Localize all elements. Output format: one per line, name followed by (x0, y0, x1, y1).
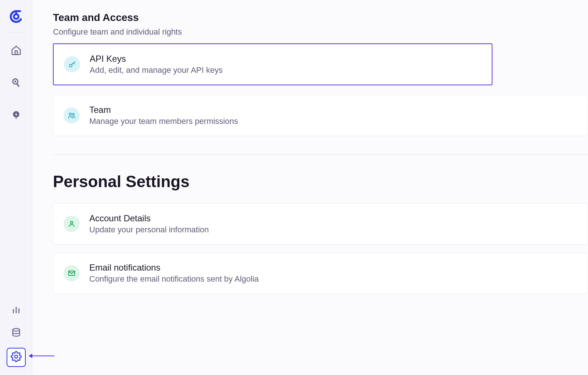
card-api-keys[interactable]: API Keys Add, edit, and manage your API … (53, 43, 492, 85)
card-desc: Update your personal information (89, 225, 209, 235)
team-icon (64, 107, 80, 124)
svg-rect-6 (15, 118, 16, 119)
svg-line-4 (17, 83, 18, 86)
sidebar-divider (6, 32, 25, 33)
card-email-notifications[interactable]: Email notifications Configure the email … (53, 253, 588, 294)
card-desc: Configure the email notifications sent b… (89, 274, 259, 284)
svg-point-10 (12, 329, 19, 331)
svg-point-3 (14, 81, 16, 82)
svg-point-15 (69, 113, 71, 115)
svg-point-16 (72, 114, 74, 115)
database-icon[interactable] (9, 325, 24, 340)
key-icon (64, 56, 80, 72)
svg-rect-1 (15, 51, 17, 54)
card-title: Email notifications (89, 262, 259, 273)
card-account-details[interactable]: Account Details Update your personal inf… (53, 203, 588, 244)
svg-line-14 (74, 63, 75, 64)
svg-point-0 (14, 14, 18, 19)
home-icon[interactable] (9, 43, 24, 58)
settings-button[interactable] (7, 348, 26, 367)
analytics-icon[interactable] (9, 302, 24, 317)
section-title-team-access: Team and Access (53, 12, 588, 24)
card-title: Account Details (89, 213, 209, 224)
search-icon[interactable] (9, 75, 24, 90)
card-desc: Add, edit, and manage your API keys (90, 65, 223, 75)
svg-point-17 (71, 221, 73, 224)
section-subtitle-team-access: Configure team and individual rights (53, 27, 588, 37)
sidebar-nav-bottom (0, 302, 32, 367)
svg-point-11 (15, 355, 18, 358)
card-desc: Manage your team members permissions (89, 117, 238, 126)
algolia-logo[interactable] (8, 9, 24, 24)
main-content: Team and Access Configure team and indiv… (32, 0, 588, 375)
mail-icon (64, 265, 80, 281)
card-title: API Keys (90, 54, 223, 64)
gear-icon (11, 351, 22, 364)
account-icon (64, 216, 80, 232)
sidebar (0, 0, 32, 375)
sidebar-nav-top (9, 43, 24, 122)
section-divider (53, 154, 588, 155)
bolt-icon[interactable] (9, 108, 24, 122)
section-title-personal: Personal Settings (53, 172, 588, 191)
card-team[interactable]: Team Manage your team members permission… (53, 95, 588, 136)
card-title: Team (89, 105, 238, 115)
